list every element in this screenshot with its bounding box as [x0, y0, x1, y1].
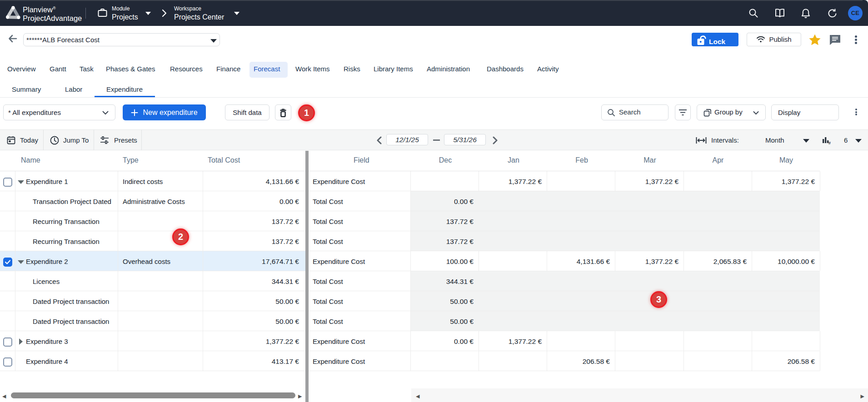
svg-text:#: # — [828, 141, 831, 144]
